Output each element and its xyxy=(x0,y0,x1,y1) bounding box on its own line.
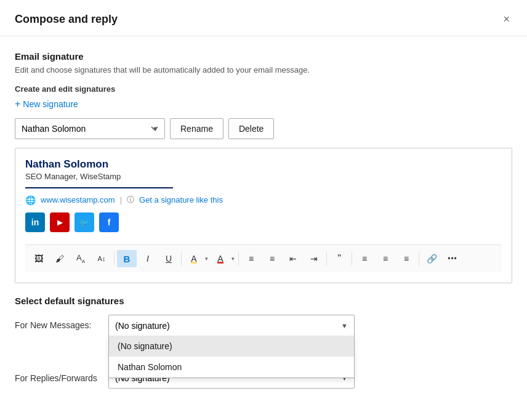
signature-divider xyxy=(25,187,173,188)
twitter-icon[interactable]: 🐦 xyxy=(74,212,94,232)
image-button[interactable]: 🖼 xyxy=(29,250,49,267)
formatting-toolbar: 🖼 🖌 AA A↕ B I U xyxy=(25,244,502,272)
italic-icon: I xyxy=(147,254,149,264)
increase-indent-button[interactable]: ⇥ xyxy=(304,250,324,267)
decrease-indent-icon: ⇤ xyxy=(289,254,297,264)
youtube-icon[interactable]: ▶ xyxy=(50,212,70,232)
plus-icon: + xyxy=(15,99,20,110)
toolbar-separator-4 xyxy=(326,252,327,265)
font-color-group: A ▾ xyxy=(211,250,236,267)
signature-website-row: 🌐 www.wisestamp.com | ⓘ Get a signature … xyxy=(25,195,502,205)
info-icon: ⓘ xyxy=(127,195,134,205)
toolbar-separator-2 xyxy=(181,252,182,265)
toolbar-separator-5 xyxy=(352,252,352,265)
facebook-icon[interactable]: f xyxy=(99,212,119,232)
highlight-dropdown-arrow[interactable]: ▾ xyxy=(204,256,209,262)
decrease-indent-button[interactable]: ⇤ xyxy=(283,250,303,267)
highlight-button[interactable]: A xyxy=(184,250,204,267)
globe-icon: 🌐 xyxy=(25,195,36,205)
social-icons-row: in ▶ 🐦 f xyxy=(25,212,502,232)
signature-select[interactable]: Nathan Solomon xyxy=(15,118,165,139)
replies-label: For Replies/Forwards xyxy=(15,373,101,383)
rename-button[interactable]: Rename xyxy=(170,118,223,139)
image-icon: 🖼 xyxy=(34,254,43,264)
linkedin-icon[interactable]: in xyxy=(25,212,45,232)
more-options-button[interactable]: ••• xyxy=(443,250,462,267)
create-edit-label: Create and edit signatures xyxy=(15,84,512,94)
close-button[interactable]: × xyxy=(501,11,512,27)
signature-job-title: SEO Manager, WiseStamp xyxy=(25,172,502,181)
toolbar-separator-3 xyxy=(238,252,239,265)
font-color-button[interactable]: A xyxy=(211,250,230,267)
signature-name: Nathan Solomon xyxy=(25,158,502,171)
align-center-icon: ≡ xyxy=(383,254,388,264)
underline-icon: U xyxy=(166,254,172,264)
new-messages-select-wrap: (No signature) ▼ (No signature) Nathan S… xyxy=(108,315,355,336)
get-signature-link[interactable]: Get a signature like this xyxy=(139,195,223,204)
more-icon: ••• xyxy=(448,254,457,263)
new-messages-chevron-icon: ▼ xyxy=(341,322,348,329)
numbering-icon: ≡ xyxy=(270,254,275,264)
new-messages-dropdown: (No signature) Nathan Solomon xyxy=(108,336,355,378)
increase-indent-icon: ⇥ xyxy=(310,254,318,264)
toolbar-separator-1 xyxy=(114,252,115,265)
new-messages-select-display[interactable]: (No signature) ▼ xyxy=(108,315,355,336)
font-color-icon: A xyxy=(217,254,223,264)
signature-controls: Nathan Solomon ▼ Rename Delete xyxy=(15,118,512,139)
font-size-button[interactable]: AA xyxy=(71,250,91,267)
bold-icon: B xyxy=(124,254,131,264)
compose-reply-dialog: Compose and reply × Email signature Edit… xyxy=(0,0,527,420)
dialog-body: Email signature Edit and choose signatur… xyxy=(0,36,527,283)
highlight-icon: A xyxy=(191,254,196,264)
separator: | xyxy=(120,195,122,204)
align-right-icon: ≡ xyxy=(404,254,409,264)
format-painter-icon: 🖌 xyxy=(55,254,64,264)
default-signatures-section: Select default signatures For New Messag… xyxy=(0,283,527,389)
toolbar-separator-6 xyxy=(419,252,419,265)
new-signature-button[interactable]: + New signature xyxy=(15,99,78,110)
font-color-dropdown-arrow[interactable]: ▾ xyxy=(230,256,236,262)
link-icon: 🔗 xyxy=(427,254,437,264)
bullets-button[interactable]: ≡ xyxy=(241,250,261,267)
highlight-group: A ▾ xyxy=(184,250,209,267)
new-messages-label: For New Messages: xyxy=(15,320,101,330)
new-messages-selected-value: (No signature) xyxy=(115,321,170,331)
link-button[interactable]: 🔗 xyxy=(422,250,441,267)
dropdown-item-no-signature[interactable]: (No signature) xyxy=(109,336,354,357)
numbering-button[interactable]: ≡ xyxy=(262,250,282,267)
align-right-button[interactable]: ≡ xyxy=(396,250,416,267)
align-center-button[interactable]: ≡ xyxy=(376,250,395,267)
new-signature-label: New signature xyxy=(23,99,78,109)
dropdown-item-nathan-solomon[interactable]: Nathan Solomon xyxy=(109,357,354,378)
signature-editor[interactable]: Nathan Solomon SEO Manager, WiseStamp 🌐 … xyxy=(15,148,512,283)
email-signature-title: Email signature xyxy=(15,51,512,62)
dialog-title: Compose and reply xyxy=(15,13,118,26)
new-messages-row: For New Messages: (No signature) ▼ (No s… xyxy=(15,315,512,336)
align-left-icon: ≡ xyxy=(362,254,367,264)
email-signature-desc: Edit and choose signatures that will be … xyxy=(15,65,512,75)
bold-button[interactable]: B xyxy=(117,250,137,267)
delete-button[interactable]: Delete xyxy=(228,118,274,139)
font-options-icon: A↕ xyxy=(98,255,106,262)
quote-button[interactable]: " xyxy=(329,250,349,267)
quote-icon: " xyxy=(337,253,341,264)
font-options-button[interactable]: A↕ xyxy=(92,250,111,267)
format-painter-button[interactable]: 🖌 xyxy=(50,250,70,267)
bullets-icon: ≡ xyxy=(249,254,254,264)
dialog-header: Compose and reply × xyxy=(0,0,527,36)
underline-button[interactable]: U xyxy=(159,250,179,267)
default-signatures-title: Select default signatures xyxy=(15,296,512,306)
font-size-icon: AA xyxy=(76,253,85,264)
italic-button[interactable]: I xyxy=(138,250,158,267)
signature-website-link[interactable]: www.wisestamp.com xyxy=(41,195,115,204)
align-left-button[interactable]: ≡ xyxy=(355,250,374,267)
